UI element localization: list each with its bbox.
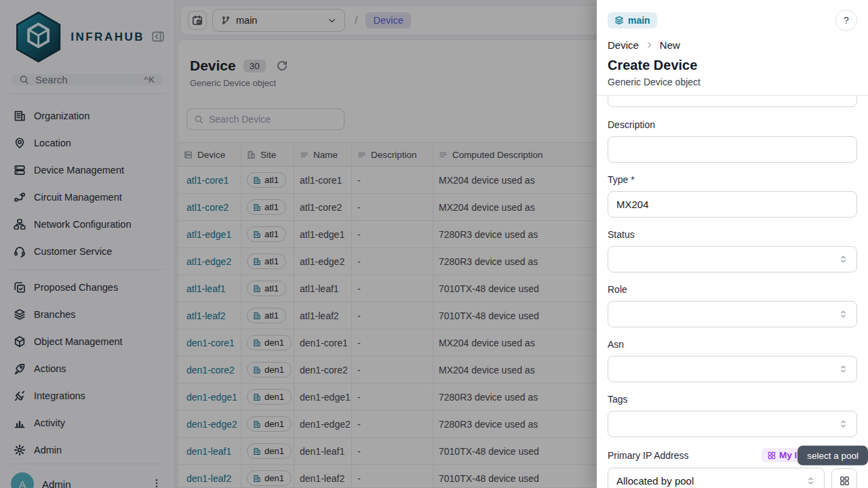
chevrons-up-down-icon xyxy=(838,419,848,429)
description-field: Description xyxy=(608,119,857,163)
tags-field: Tags xyxy=(608,393,857,437)
role-field: Role xyxy=(608,283,857,327)
layers-icon xyxy=(614,16,624,25)
select-pool-tooltip: select a pool xyxy=(797,445,868,465)
chevrons-up-down-icon xyxy=(838,309,848,319)
panel-breadcrumb-new: New xyxy=(660,39,680,51)
primary-ip-select-value: Allocated by pool xyxy=(616,475,694,487)
create-device-form: DescriptionType *MX204StatusRoleAsnTags … xyxy=(597,96,868,488)
asn-select[interactable] xyxy=(608,356,857,382)
clipped-input[interactable] xyxy=(608,96,857,107)
panel-branch-chip: main xyxy=(608,12,657,28)
role-label: Role xyxy=(608,283,857,296)
chevrons-up-down-icon xyxy=(838,364,848,374)
panel-breadcrumb-object: Device xyxy=(608,39,639,51)
chevron-right-icon xyxy=(645,41,654,49)
primary-ip-select[interactable]: Allocated by pool xyxy=(608,468,825,488)
grid-icon xyxy=(840,476,850,486)
type-label: Type * xyxy=(608,174,857,186)
panel-title: Create Device xyxy=(608,58,857,73)
asn-field: Asn xyxy=(608,338,857,382)
grid-icon xyxy=(768,451,776,460)
asn-label: Asn xyxy=(608,338,857,350)
description-label: Description xyxy=(608,119,857,131)
help-button[interactable]: ? xyxy=(835,9,857,31)
chevrons-up-down-icon xyxy=(806,476,816,486)
description-input[interactable] xyxy=(608,136,857,163)
panel-subtitle: Generic Device object xyxy=(608,77,857,87)
type-value: MX204 xyxy=(616,199,649,210)
primary-ip-label: Primary IP Address xyxy=(608,449,689,462)
create-device-panel: main ? Device New Create Device Generic … xyxy=(597,0,868,488)
status-label: Status xyxy=(608,228,857,241)
chevrons-up-down-icon xyxy=(838,254,848,264)
panel-breadcrumb: Device New xyxy=(608,39,857,51)
tags-select[interactable] xyxy=(608,411,857,437)
status-field: Status xyxy=(608,228,857,272)
type-input[interactable]: MX204 xyxy=(608,191,857,218)
role-select[interactable] xyxy=(608,301,857,327)
primary-ip-field: Primary IP Address My IP a select a pool… xyxy=(608,448,857,488)
tags-label: Tags xyxy=(608,393,857,405)
type-field: Type *MX204 xyxy=(608,174,857,218)
panel-branch-name: main xyxy=(628,15,650,26)
clipped-field xyxy=(608,96,857,108)
status-select[interactable] xyxy=(608,246,857,272)
modal-backdrop[interactable] xyxy=(0,0,597,488)
select-pool-button[interactable] xyxy=(831,468,857,488)
